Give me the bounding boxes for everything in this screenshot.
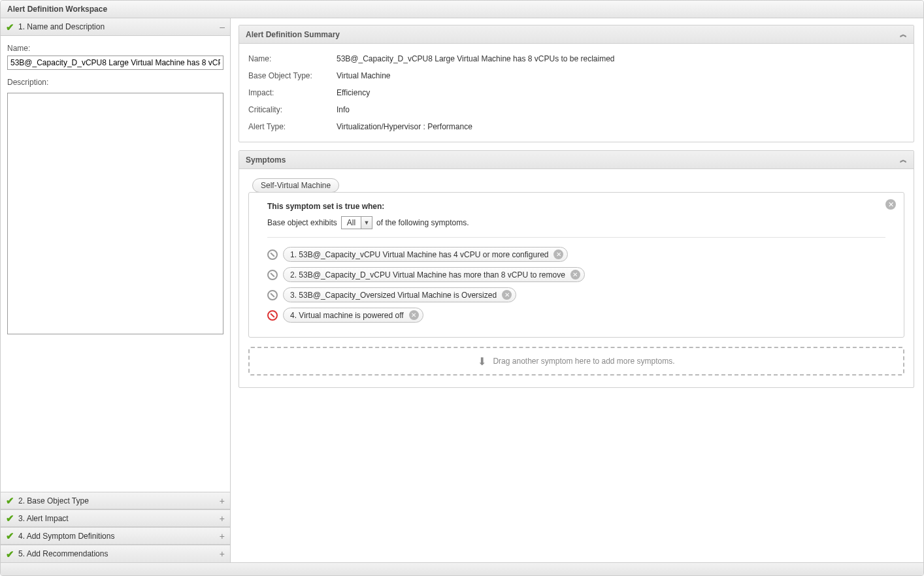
summary-row: Criticality:Info xyxy=(248,101,904,118)
chevron-down-icon[interactable]: ▼ xyxy=(361,216,372,229)
wizard-sidebar: ✔ 1. Name and Description – Name: Descri… xyxy=(1,18,231,562)
description-label: Description: xyxy=(7,78,223,87)
rule-prefix: Base object exhibits xyxy=(267,218,337,227)
wizard-step-base-object-type[interactable]: ✔ 2. Base Object Type + xyxy=(1,492,230,509)
rule-heading: This symptom set is true when: xyxy=(267,202,885,211)
wizard-step-label: 2. Base Object Type xyxy=(18,496,220,505)
wizard-step-label: 3. Alert Impact xyxy=(18,514,220,523)
symptom-set-box: ✕ This symptom set is true when: Base ob… xyxy=(248,192,904,338)
main-content: Alert Definition Summary ︽ Name:53B@_Cap… xyxy=(231,18,923,562)
rule-line: Base object exhibits All ▼ of the follow… xyxy=(267,216,885,229)
expand-icon[interactable]: + xyxy=(220,549,225,559)
summary-key: Name: xyxy=(248,54,337,63)
wizard-step-label: 5. Add Recommendations xyxy=(18,549,220,558)
summary-key: Base Object Type: xyxy=(248,71,337,80)
workspace-window: Alert Definition Workspace ✔ 1. Name and… xyxy=(0,0,924,576)
chevron-up-icon[interactable]: ︽ xyxy=(900,155,907,165)
summary-value: 53B@_Capacity_D_vCPU8 Large Virtual Mach… xyxy=(337,54,904,63)
summary-key: Alert Type: xyxy=(248,122,337,131)
check-icon: ✔ xyxy=(6,496,14,505)
wizard-step-add-symptoms[interactable]: ✔ 4. Add Symptom Definitions + xyxy=(1,527,230,545)
symptom-dropzone[interactable]: ⬇ Drag another symptom here to add more … xyxy=(248,347,904,376)
ban-icon[interactable] xyxy=(267,310,278,321)
symptoms-panel-header: Symptoms ︽ xyxy=(239,151,914,169)
remove-symptom-button[interactable]: ✕ xyxy=(553,249,563,259)
rule-suffix: of the following symptoms. xyxy=(376,218,469,227)
summary-value: Virtual Machine xyxy=(337,71,904,80)
summary-key: Impact: xyxy=(248,88,337,97)
dropzone-text: Drag another symptom here to add more sy… xyxy=(493,357,674,366)
wizard-step-alert-impact[interactable]: ✔ 3. Alert Impact + xyxy=(1,509,230,527)
window-title: Alert Definition Workspace xyxy=(1,1,923,18)
symptom-row: 1. 53B@_Capacity_vCPU Virtual Machine ha… xyxy=(267,244,885,264)
summary-row: Name:53B@_Capacity_D_vCPU8 Large Virtual… xyxy=(248,50,904,67)
rule-condition-select[interactable]: All ▼ xyxy=(341,216,372,229)
summary-row: Base Object Type:Virtual Machine xyxy=(248,67,904,84)
symptoms-body: Self-Virtual Machine ✕ This symptom set … xyxy=(239,169,914,387)
check-icon: ✔ xyxy=(6,549,14,559)
ban-icon[interactable] xyxy=(267,249,278,260)
symptom-scope-tab[interactable]: Self-Virtual Machine xyxy=(252,178,339,193)
symptom-text: 4. Virtual machine is powered off xyxy=(290,311,404,320)
symptom-pill[interactable]: 3. 53B@_Capacity_Oversized Virtual Machi… xyxy=(283,287,516,302)
symptom-text: 3. 53B@_Capacity_Oversized Virtual Machi… xyxy=(290,291,497,300)
description-input[interactable] xyxy=(7,93,223,334)
check-icon: ✔ xyxy=(6,513,14,523)
symptoms-panel: Symptoms ︽ Self-Virtual Machine ✕ This s… xyxy=(239,150,914,388)
summary-title: Alert Definition Summary xyxy=(246,30,340,39)
summary-row: Alert Type:Virtualization/Hypervisor : P… xyxy=(248,118,904,135)
symptom-text: 2. 53B@_Capacity_D_vCPU Virtual Machine … xyxy=(290,270,565,280)
symptom-pill[interactable]: 4. Virtual machine is powered off ✕ xyxy=(283,308,423,323)
window-footer xyxy=(1,562,923,575)
check-icon: ✔ xyxy=(6,22,14,32)
symptom-pill[interactable]: 1. 53B@_Capacity_vCPU Virtual Machine ha… xyxy=(283,247,568,262)
ban-icon[interactable] xyxy=(267,290,278,300)
summary-panel-header: Alert Definition Summary ︽ xyxy=(239,25,914,44)
remove-symptom-button[interactable]: ✕ xyxy=(502,290,512,300)
summary-value: Efficiency xyxy=(337,88,904,97)
summary-row: Impact:Efficiency xyxy=(248,84,904,101)
chevron-up-icon[interactable]: ︽ xyxy=(900,29,907,39)
name-label: Name: xyxy=(7,44,223,53)
remove-symptom-set-button[interactable]: ✕ xyxy=(885,199,896,210)
symptoms-title: Symptoms xyxy=(246,155,286,165)
remove-symptom-button[interactable]: ✕ xyxy=(570,270,580,280)
ban-icon[interactable] xyxy=(267,270,278,280)
symptom-row: 4. Virtual machine is powered off ✕ xyxy=(267,305,885,325)
expand-icon[interactable]: + xyxy=(220,496,225,506)
symptom-text: 1. 53B@_Capacity_vCPU Virtual Machine ha… xyxy=(290,250,548,259)
wizard-step-name-description[interactable]: ✔ 1. Name and Description – xyxy=(1,18,230,36)
wizard-step-add-recommendations[interactable]: ✔ 5. Add Recommendations + xyxy=(1,545,230,562)
arrow-down-icon: ⬇ xyxy=(478,355,486,368)
check-icon: ✔ xyxy=(6,531,14,541)
divider xyxy=(267,237,885,238)
window-body: ✔ 1. Name and Description – Name: Descri… xyxy=(1,18,923,562)
expand-icon[interactable]: + xyxy=(220,513,225,524)
name-input[interactable] xyxy=(7,56,223,70)
select-value: All xyxy=(341,216,361,229)
summary-value: Virtualization/Hypervisor : Performance xyxy=(337,122,904,131)
summary-panel: Alert Definition Summary ︽ Name:53B@_Cap… xyxy=(239,25,914,142)
expand-icon[interactable]: + xyxy=(220,531,225,541)
symptom-row: 3. 53B@_Capacity_Oversized Virtual Machi… xyxy=(267,285,885,305)
wizard-step-label: 4. Add Symptom Definitions xyxy=(18,532,220,541)
wizard-collapsed-steps: ✔ 2. Base Object Type + ✔ 3. Alert Impac… xyxy=(1,492,230,562)
collapse-icon[interactable]: – xyxy=(220,22,225,32)
step-1-content: Name: Description: xyxy=(1,36,230,492)
summary-body: Name:53B@_Capacity_D_vCPU8 Large Virtual… xyxy=(239,44,914,142)
symptom-pill[interactable]: 2. 53B@_Capacity_D_vCPU Virtual Machine … xyxy=(283,267,585,282)
wizard-step-label: 1. Name and Description xyxy=(18,22,220,31)
summary-key: Criticality: xyxy=(248,105,337,114)
remove-symptom-button[interactable]: ✕ xyxy=(409,310,419,320)
summary-value: Info xyxy=(337,105,904,114)
symptom-row: 2. 53B@_Capacity_D_vCPU Virtual Machine … xyxy=(267,264,885,285)
